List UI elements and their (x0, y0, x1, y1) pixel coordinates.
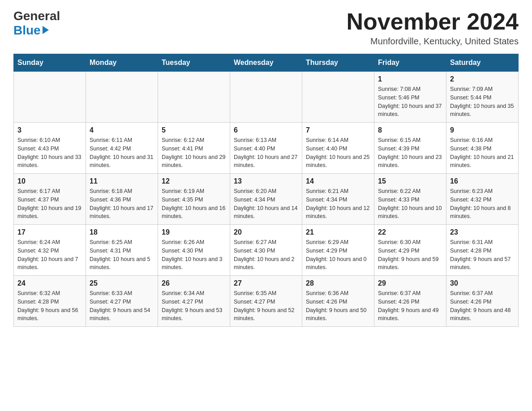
logo-general-text: General (13, 9, 60, 23)
day-info: Sunrise: 6:19 AM Sunset: 4:35 PM Dayligh… (162, 187, 226, 221)
day-cell: 5Sunrise: 6:12 AM Sunset: 4:41 PM Daylig… (158, 123, 230, 174)
day-cell: 11Sunrise: 6:18 AM Sunset: 4:36 PM Dayli… (86, 174, 158, 225)
header-row: SundayMondayTuesdayWednesdayThursdayFrid… (14, 54, 519, 72)
day-info: Sunrise: 6:16 AM Sunset: 4:38 PM Dayligh… (450, 136, 515, 170)
day-number: 28 (306, 279, 370, 287)
day-info: Sunrise: 6:18 AM Sunset: 4:36 PM Dayligh… (90, 187, 154, 221)
header-cell-monday: Monday (86, 54, 158, 72)
day-number: 24 (17, 279, 82, 287)
header-cell-friday: Friday (374, 54, 446, 72)
day-number: 30 (450, 279, 515, 287)
day-number: 20 (234, 228, 298, 236)
day-info: Sunrise: 6:30 AM Sunset: 4:29 PM Dayligh… (378, 238, 442, 272)
day-info: Sunrise: 6:11 AM Sunset: 4:42 PM Dayligh… (90, 136, 154, 170)
day-cell: 22Sunrise: 6:30 AM Sunset: 4:29 PM Dayli… (374, 225, 446, 276)
day-info: Sunrise: 6:27 AM Sunset: 4:30 PM Dayligh… (234, 238, 298, 272)
week-row-2: 3Sunrise: 6:10 AM Sunset: 4:43 PM Daylig… (14, 123, 519, 174)
day-cell (86, 72, 158, 123)
day-info: Sunrise: 6:33 AM Sunset: 4:27 PM Dayligh… (90, 289, 154, 323)
day-number: 6 (234, 126, 298, 134)
day-cell: 15Sunrise: 6:22 AM Sunset: 4:33 PM Dayli… (374, 174, 446, 225)
day-info: Sunrise: 6:34 AM Sunset: 4:27 PM Dayligh… (162, 289, 226, 323)
day-number: 1 (378, 75, 442, 83)
day-number: 27 (234, 279, 298, 287)
day-info: Sunrise: 6:24 AM Sunset: 4:32 PM Dayligh… (17, 238, 82, 272)
header: General Blue November 2024 Munfordville,… (13, 9, 519, 47)
day-number: 16 (450, 177, 515, 185)
day-info: Sunrise: 6:37 AM Sunset: 4:26 PM Dayligh… (450, 289, 515, 323)
day-cell: 19Sunrise: 6:26 AM Sunset: 4:30 PM Dayli… (158, 225, 230, 276)
day-info: Sunrise: 6:10 AM Sunset: 4:43 PM Dayligh… (17, 136, 82, 170)
title-area: November 2024 Munfordville, Kentucky, Un… (347, 9, 519, 47)
day-cell: 27Sunrise: 6:35 AM Sunset: 4:27 PM Dayli… (230, 276, 302, 327)
day-cell: 8Sunrise: 6:15 AM Sunset: 4:39 PM Daylig… (374, 123, 446, 174)
header-cell-wednesday: Wednesday (230, 54, 302, 72)
day-number: 9 (450, 126, 515, 134)
day-number: 13 (234, 177, 298, 185)
day-info: Sunrise: 6:32 AM Sunset: 4:28 PM Dayligh… (17, 289, 82, 323)
day-info: Sunrise: 6:22 AM Sunset: 4:33 PM Dayligh… (378, 187, 442, 221)
day-cell: 6Sunrise: 6:13 AM Sunset: 4:40 PM Daylig… (230, 123, 302, 174)
location-title: Munfordville, Kentucky, United States (347, 36, 519, 47)
day-cell: 21Sunrise: 6:29 AM Sunset: 4:29 PM Dayli… (302, 225, 374, 276)
logo: General Blue (13, 9, 60, 38)
day-cell: 20Sunrise: 6:27 AM Sunset: 4:30 PM Dayli… (230, 225, 302, 276)
day-cell: 24Sunrise: 6:32 AM Sunset: 4:28 PM Dayli… (14, 276, 86, 327)
day-cell: 3Sunrise: 6:10 AM Sunset: 4:43 PM Daylig… (14, 123, 86, 174)
header-cell-thursday: Thursday (302, 54, 374, 72)
logo-blue-text: Blue (13, 23, 41, 38)
day-info: Sunrise: 6:14 AM Sunset: 4:40 PM Dayligh… (306, 136, 370, 170)
calendar-body: 1Sunrise: 7:08 AM Sunset: 5:46 PM Daylig… (14, 72, 519, 327)
day-info: Sunrise: 6:12 AM Sunset: 4:41 PM Dayligh… (162, 136, 226, 170)
logo-triangle-icon (43, 26, 49, 34)
day-number: 15 (378, 177, 442, 185)
day-cell: 14Sunrise: 6:21 AM Sunset: 4:34 PM Dayli… (302, 174, 374, 225)
day-cell: 13Sunrise: 6:20 AM Sunset: 4:34 PM Dayli… (230, 174, 302, 225)
header-cell-saturday: Saturday (446, 54, 519, 72)
day-info: Sunrise: 7:09 AM Sunset: 5:44 PM Dayligh… (450, 85, 515, 119)
day-cell (230, 72, 302, 123)
day-cell (14, 72, 86, 123)
day-cell: 30Sunrise: 6:37 AM Sunset: 4:26 PM Dayli… (446, 276, 519, 327)
day-cell: 4Sunrise: 6:11 AM Sunset: 4:42 PM Daylig… (86, 123, 158, 174)
day-number: 21 (306, 228, 370, 236)
day-info: Sunrise: 6:15 AM Sunset: 4:39 PM Dayligh… (378, 136, 442, 170)
header-cell-sunday: Sunday (14, 54, 86, 72)
day-number: 4 (90, 126, 154, 134)
day-number: 5 (162, 126, 226, 134)
week-row-1: 1Sunrise: 7:08 AM Sunset: 5:46 PM Daylig… (14, 72, 519, 123)
day-info: Sunrise: 6:35 AM Sunset: 4:27 PM Dayligh… (234, 289, 298, 323)
day-info: Sunrise: 6:17 AM Sunset: 4:37 PM Dayligh… (17, 187, 82, 221)
day-number: 26 (162, 279, 226, 287)
month-title: November 2024 (347, 9, 519, 34)
day-cell: 9Sunrise: 6:16 AM Sunset: 4:38 PM Daylig… (446, 123, 519, 174)
day-number: 25 (90, 279, 154, 287)
day-cell (302, 72, 374, 123)
day-number: 18 (90, 228, 154, 236)
calendar-table: SundayMondayTuesdayWednesdayThursdayFrid… (13, 54, 519, 327)
day-number: 7 (306, 126, 370, 134)
day-number: 29 (378, 279, 442, 287)
day-info: Sunrise: 6:21 AM Sunset: 4:34 PM Dayligh… (306, 187, 370, 221)
day-info: Sunrise: 6:36 AM Sunset: 4:26 PM Dayligh… (306, 289, 370, 323)
day-cell: 26Sunrise: 6:34 AM Sunset: 4:27 PM Dayli… (158, 276, 230, 327)
day-cell: 28Sunrise: 6:36 AM Sunset: 4:26 PM Dayli… (302, 276, 374, 327)
day-number: 23 (450, 228, 515, 236)
day-number: 2 (450, 75, 515, 83)
week-row-4: 17Sunrise: 6:24 AM Sunset: 4:32 PM Dayli… (14, 225, 519, 276)
day-number: 8 (378, 126, 442, 134)
day-cell: 12Sunrise: 6:19 AM Sunset: 4:35 PM Dayli… (158, 174, 230, 225)
day-cell: 18Sunrise: 6:25 AM Sunset: 4:31 PM Dayli… (86, 225, 158, 276)
day-cell: 17Sunrise: 6:24 AM Sunset: 4:32 PM Dayli… (14, 225, 86, 276)
day-number: 11 (90, 177, 154, 185)
day-cell: 7Sunrise: 6:14 AM Sunset: 4:40 PM Daylig… (302, 123, 374, 174)
week-row-3: 10Sunrise: 6:17 AM Sunset: 4:37 PM Dayli… (14, 174, 519, 225)
day-number: 3 (17, 126, 82, 134)
day-number: 22 (378, 228, 442, 236)
day-info: Sunrise: 6:29 AM Sunset: 4:29 PM Dayligh… (306, 238, 370, 272)
calendar-header: SundayMondayTuesdayWednesdayThursdayFrid… (14, 54, 519, 72)
day-cell: 25Sunrise: 6:33 AM Sunset: 4:27 PM Dayli… (86, 276, 158, 327)
day-cell: 23Sunrise: 6:31 AM Sunset: 4:28 PM Dayli… (446, 225, 519, 276)
day-number: 12 (162, 177, 226, 185)
day-info: Sunrise: 6:25 AM Sunset: 4:31 PM Dayligh… (90, 238, 154, 272)
